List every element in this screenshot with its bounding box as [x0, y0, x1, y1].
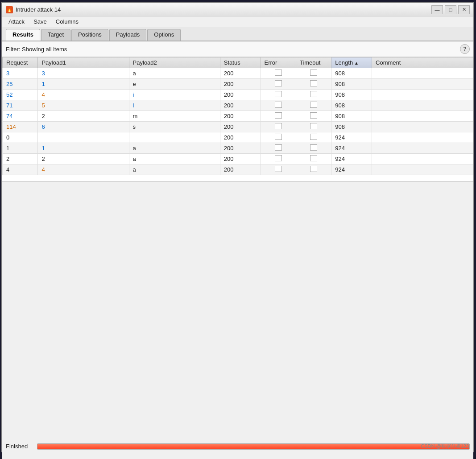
- cell-timeout[interactable]: [296, 122, 331, 132]
- cell-payload2: e: [129, 79, 220, 90]
- table-row[interactable]: 114 6 s 200 908: [3, 122, 473, 132]
- tab-bar: Results Target Positions Payloads Option…: [2, 27, 473, 41]
- cell-comment: [372, 68, 473, 79]
- col-header-length[interactable]: Length▲: [331, 57, 372, 68]
- table-row[interactable]: 52 4 i 200 908: [3, 90, 473, 100]
- table-header-row: Request Payload1 Payload2 Status Error T…: [3, 57, 473, 68]
- table-row[interactable]: 71 5 l 200 908: [3, 100, 473, 111]
- close-button[interactable]: ✕: [458, 5, 470, 14]
- col-header-payload1[interactable]: Payload1: [38, 57, 129, 68]
- menu-save[interactable]: Save: [29, 17, 51, 26]
- cell-status: 200: [220, 100, 261, 111]
- cell-request: 2: [3, 154, 38, 164]
- cell-payload2: a: [129, 154, 220, 164]
- cell-comment: [372, 154, 473, 164]
- results-table-container: Request Payload1 Payload2 Status Error T…: [2, 57, 473, 182]
- cell-payload1: 2: [38, 111, 129, 122]
- progress-fill: [37, 444, 469, 449]
- cell-payload2: a: [129, 164, 220, 175]
- cell-length: 924: [331, 143, 372, 154]
- cell-comment: [372, 90, 473, 100]
- cell-length: 908: [331, 68, 372, 79]
- cell-timeout[interactable]: [296, 154, 331, 164]
- col-header-timeout[interactable]: Timeout: [296, 57, 331, 68]
- title-bar: 🔥 Intruder attack 14 — □ ✕: [2, 3, 473, 16]
- cell-error[interactable]: [261, 122, 296, 132]
- menu-attack[interactable]: Attack: [4, 17, 29, 26]
- cell-error[interactable]: [261, 100, 296, 111]
- cell-status: 200: [220, 90, 261, 100]
- results-table: Request Payload1 Payload2 Status Error T…: [2, 57, 473, 175]
- cell-error[interactable]: [261, 90, 296, 100]
- cell-length: 924: [331, 132, 372, 143]
- cell-request: 74: [3, 111, 38, 122]
- table-row[interactable]: 4 4 a 200 924: [3, 164, 473, 175]
- tab-target[interactable]: Target: [41, 29, 70, 41]
- cell-comment: [372, 164, 473, 175]
- minimize-button[interactable]: —: [431, 5, 443, 14]
- cell-payload1: 1: [38, 79, 129, 90]
- col-header-comment[interactable]: Comment: [372, 57, 473, 68]
- cell-request: 3: [3, 68, 38, 79]
- cell-error[interactable]: [261, 79, 296, 90]
- cell-timeout[interactable]: [296, 164, 331, 175]
- progress-bar: [37, 443, 470, 450]
- cell-error[interactable]: [261, 111, 296, 122]
- cell-request: 0: [3, 132, 38, 143]
- cell-length: 908: [331, 122, 372, 132]
- cell-status: 200: [220, 122, 261, 132]
- cell-error[interactable]: [261, 164, 296, 175]
- table-row[interactable]: 25 1 e 200 908: [3, 79, 473, 90]
- status-text: Finished: [6, 443, 33, 450]
- cell-payload2: s: [129, 122, 220, 132]
- cell-timeout[interactable]: [296, 100, 331, 111]
- cell-comment: [372, 100, 473, 111]
- cell-timeout[interactable]: [296, 90, 331, 100]
- cell-error[interactable]: [261, 68, 296, 79]
- help-button[interactable]: ?: [460, 44, 470, 54]
- table-row[interactable]: 3 3 a 200 908: [3, 68, 473, 79]
- maximize-button[interactable]: □: [445, 5, 456, 14]
- cell-status: 200: [220, 154, 261, 164]
- cell-timeout[interactable]: [296, 132, 331, 143]
- tab-payloads[interactable]: Payloads: [109, 29, 146, 41]
- table-row[interactable]: 0 200 924: [3, 132, 473, 143]
- tab-options[interactable]: Options: [147, 29, 181, 41]
- col-header-error[interactable]: Error: [261, 57, 296, 68]
- cell-error[interactable]: [261, 143, 296, 154]
- window-controls: — □ ✕: [431, 5, 470, 14]
- menu-columns[interactable]: Columns: [51, 17, 83, 26]
- table-scroll[interactable]: Request Payload1 Payload2 Status Error T…: [2, 57, 473, 181]
- cell-status: 200: [220, 132, 261, 143]
- cell-payload1: 6: [38, 122, 129, 132]
- cell-status: 200: [220, 143, 261, 154]
- table-row[interactable]: 1 1 a 200 924: [3, 143, 473, 154]
- cell-timeout[interactable]: [296, 79, 331, 90]
- cell-error[interactable]: [261, 154, 296, 164]
- tab-results[interactable]: Results: [6, 29, 40, 41]
- filter-label: Filter: Showing all items: [6, 46, 67, 53]
- cell-comment: [372, 79, 473, 90]
- table-row[interactable]: 2 2 a 200 924: [3, 154, 473, 164]
- cell-timeout[interactable]: [296, 143, 331, 154]
- cell-timeout[interactable]: [296, 68, 331, 79]
- main-window: 🔥 Intruder attack 14 — □ ✕ Attack Save C…: [1, 2, 474, 452]
- cell-payload2: a: [129, 143, 220, 154]
- cell-length: 924: [331, 154, 372, 164]
- cell-status: 200: [220, 68, 261, 79]
- cell-timeout[interactable]: [296, 111, 331, 122]
- status-bar: Finished CSDN @数据分析123: [2, 441, 473, 451]
- cell-payload1: 3: [38, 68, 129, 79]
- table-row[interactable]: 74 2 m 200 908: [3, 111, 473, 122]
- col-header-payload2[interactable]: Payload2: [129, 57, 220, 68]
- filter-bar: Filter: Showing all items ?: [2, 41, 473, 57]
- cell-request: 52: [3, 90, 38, 100]
- col-header-request[interactable]: Request: [3, 57, 38, 68]
- cell-comment: [372, 111, 473, 122]
- tab-positions[interactable]: Positions: [71, 29, 108, 41]
- cell-error[interactable]: [261, 132, 296, 143]
- cell-status: 200: [220, 111, 261, 122]
- cell-request: 4: [3, 164, 38, 175]
- col-header-status[interactable]: Status: [220, 57, 261, 68]
- cell-length: 908: [331, 111, 372, 122]
